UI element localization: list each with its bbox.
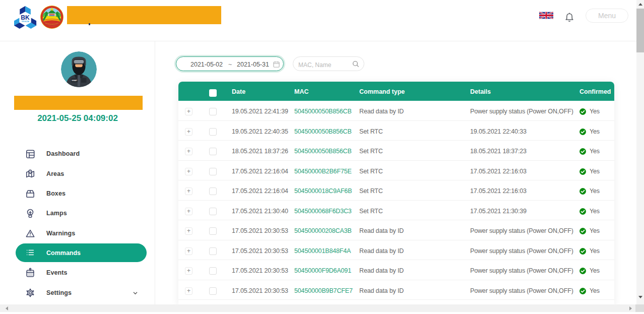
svg-text:TP.HCM: TP.HCM: [22, 20, 30, 23]
svg-text:SWAT: SWAT: [72, 80, 77, 82]
